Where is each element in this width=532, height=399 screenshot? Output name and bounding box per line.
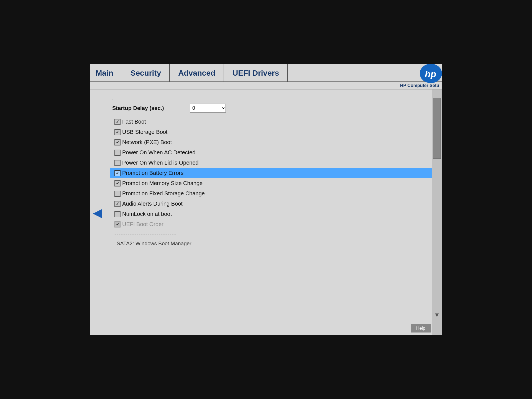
navbar: Main Security Advanced UEFI Drivers hp [90,64,442,82]
checkbox-prompt-battery-errors[interactable]: Prompt on Battery Errors [110,168,434,178]
checkbox-fast-boot[interactable]: Fast Boot [112,117,428,127]
checkbox-uefi-boot-order-label: UEFI Boot Order [122,221,163,227]
hp-logo-icon: hp [423,65,439,82]
checkbox-network-pxe-boot[interactable]: Network (PXE) Boot [112,137,428,147]
checkbox-network-pxe-boot-label: Network (PXE) Boot [122,139,172,145]
checkbox-power-on-lid-box [114,160,121,166]
checkbox-usb-storage-boot-label: USB Storage Boot [122,129,167,135]
tab-uefi-drivers[interactable]: UEFI Drivers [224,64,288,81]
svg-text:hp: hp [425,69,436,79]
checkbox-numlock-box [114,211,121,217]
checkbox-prompt-memory-size[interactable]: Prompt on Memory Size Change [112,178,428,188]
checkbox-prompt-memory-size-box [114,180,121,186]
help-button[interactable]: Help [411,324,431,332]
scroll-down-arrow[interactable]: ▼ [434,311,440,319]
checkbox-prompt-battery-errors-box [114,170,121,176]
checkbox-audio-alerts-box [114,201,121,207]
checkbox-power-on-lid-label: Power On When Lid is Opened [122,160,199,166]
checkbox-numlock-label: NumLock on at boot [122,211,172,217]
checkbox-prompt-fixed-storage-label: Prompt on Fixed Storage Change [122,190,205,197]
tab-advanced[interactable]: Advanced [170,64,224,81]
content-area: ◀ . Startup Delay (sec.) 0 5 10 15 20 Fa… [90,89,442,335]
boot-item: SATA2: Windows Boot Manager [114,239,428,248]
subtitle: HP Computer Setu [90,82,442,89]
checkbox-numlock[interactable]: NumLock on at boot [112,209,428,219]
checkbox-network-pxe-boot-box [114,139,121,145]
checkbox-power-on-ac[interactable]: Power On When AC Detected [112,148,428,157]
separator: ---------------------------- [114,232,428,238]
checkbox-audio-alerts-label: Audio Alerts During Boot [122,201,183,207]
checkbox-prompt-battery-errors-label: Prompt on Battery Errors [122,170,183,176]
checkbox-audio-alerts[interactable]: Audio Alerts During Boot [112,199,428,209]
checkbox-power-on-lid[interactable]: Power On When Lid is Opened [112,158,428,168]
tab-security[interactable]: Security [122,64,170,81]
checkbox-prompt-memory-size-label: Prompt on Memory Size Change [122,180,203,186]
bios-screen: Main Security Advanced UEFI Drivers hp H… [90,64,442,335]
startup-delay-label: Startup Delay (sec.) [112,105,184,111]
hp-logo: hp [420,64,442,83]
settings-list: . Startup Delay (sec.) 0 5 10 15 20 Fast… [90,89,442,335]
scrollbar-thumb[interactable] [433,98,441,159]
checkbox-power-on-ac-box [114,150,121,156]
checkbox-usb-storage-boot-box [114,129,121,135]
checkbox-fast-boot-box [114,119,121,125]
back-arrow[interactable]: ◀ [93,206,102,219]
checkbox-fast-boot-label: Fast Boot [122,119,146,125]
checkbox-usb-storage-boot[interactable]: USB Storage Boot [112,127,428,137]
scrollbar-track[interactable]: ▼ [432,89,442,335]
dot-indicator: . [112,95,428,101]
startup-delay-select[interactable]: 0 5 10 15 20 [190,104,226,112]
startup-delay-row: Startup Delay (sec.) 0 5 10 15 20 [112,104,428,112]
checkbox-power-on-ac-label: Power On When AC Detected [122,149,196,156]
checkbox-prompt-fixed-storage[interactable]: Prompt on Fixed Storage Change [112,189,428,198]
checkbox-uefi-boot-order-box [114,221,121,227]
tab-main[interactable]: Main [90,64,122,81]
checkbox-uefi-boot-order[interactable]: UEFI Boot Order [112,219,428,229]
checkbox-prompt-fixed-storage-box [114,191,121,197]
